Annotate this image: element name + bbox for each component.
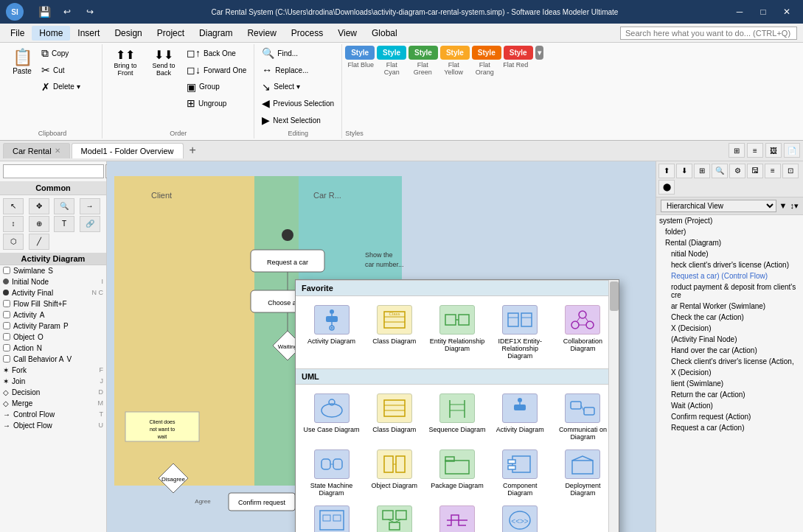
tab-toolbar-btn4[interactable]: 📄: [784, 143, 800, 158]
component-icon: [502, 449, 538, 479]
tab-toolbar-btn2[interactable]: ≡: [747, 143, 763, 158]
copy-label: Copy: [52, 49, 69, 57]
style-flat-blue[interactable]: Style: [345, 46, 375, 60]
tab-car-rental[interactable]: Car Rental ✕: [3, 143, 70, 158]
activity2-icon: [502, 393, 538, 423]
style-flat-orange[interactable]: Style: [472, 46, 501, 60]
delete-button[interactable]: ✗ Delete ▾: [38, 80, 97, 95]
close-button[interactable]: ✕: [776, 4, 797, 19]
tab-toolbar-btn3[interactable]: 🖼: [765, 143, 782, 158]
svg-point-19: [586, 321, 594, 329]
diag-object[interactable]: Object Diagram: [364, 447, 424, 500]
style-more[interactable]: ▾: [535, 46, 543, 60]
svg-rect-50: [320, 511, 344, 530]
diag-composite[interactable]: Composite Structure Diagram: [302, 503, 361, 532]
diag-sequence[interactable]: Sequence Diagram: [427, 391, 487, 444]
menu-design[interactable]: Design: [107, 26, 149, 41]
next-selection-button[interactable]: ▶ Next Selection: [259, 113, 323, 128]
ungroup-icon: ⊞: [187, 97, 195, 110]
menu-project[interactable]: Project: [150, 26, 192, 41]
replace-label: Replace...: [275, 66, 308, 74]
ungroup-button[interactable]: ⊞ Ungroup: [184, 96, 249, 111]
diag-class2[interactable]: Class Diagram: [364, 391, 424, 444]
tab-car-rental-close[interactable]: ✕: [55, 147, 60, 155]
menu-process[interactable]: Process: [284, 26, 330, 41]
diag-er[interactable]: Entity Relationship Diagram: [427, 302, 487, 363]
diag-collab[interactable]: Collaboration Diagram: [553, 302, 613, 363]
editing-label: Editing: [288, 128, 309, 137]
paste-button[interactable]: 📋 Paste: [7, 46, 37, 77]
global-search-input[interactable]: [620, 27, 797, 40]
prev-selection-button[interactable]: ◀ Previous Selection: [259, 96, 337, 111]
diag-profile[interactable]: <<>> Profile Diagram: [490, 503, 550, 532]
menu-review[interactable]: Review: [240, 26, 283, 41]
svg-line-20: [577, 318, 580, 322]
menu-global[interactable]: Global: [364, 26, 405, 41]
toolbar-btn-2[interactable]: ↩: [57, 4, 77, 19]
diag-component[interactable]: Component Diagram: [490, 447, 550, 500]
diag-activity[interactable]: Activity Diagram: [302, 302, 361, 363]
sequence-icon: [439, 393, 475, 423]
forward-one-button[interactable]: ◻↓ Forward One: [184, 63, 249, 78]
menu-insert[interactable]: Insert: [70, 26, 107, 41]
diag-activity2[interactable]: Activity Diagram: [490, 391, 550, 444]
style-flat-cyan[interactable]: Style: [377, 46, 406, 60]
idef1x-diag-label: IDEF1X Entity-Relationship Diagram: [492, 337, 549, 360]
menu-file[interactable]: File: [3, 26, 32, 41]
diag-class[interactable]: Class Class Diagram: [364, 302, 424, 363]
toolbar-btn[interactable]: 💾: [34, 4, 55, 19]
group-button[interactable]: ▣ Group: [184, 80, 249, 95]
object-label: Object Diagram: [372, 482, 418, 489]
activity-diag-icon: [314, 305, 350, 335]
next-sel-label: Next Selection: [273, 116, 320, 125]
menu-view[interactable]: View: [330, 26, 364, 41]
select-button[interactable]: ↘ Select ▾: [259, 80, 318, 95]
style-flat-red[interactable]: Style: [504, 46, 533, 60]
style-flat-yellow[interactable]: Style: [440, 46, 470, 60]
bring-front-icon: ⬆⬆: [116, 48, 135, 62]
popup-overlay: Favorite Activity Diagram Class Class Di…: [0, 161, 803, 532]
svg-point-18: [571, 321, 579, 329]
svg-rect-47: [508, 460, 515, 463]
menu-home[interactable]: Home: [32, 26, 70, 41]
style-label-cyan: Flat Cyan: [378, 61, 406, 76]
replace-icon: ↔: [262, 64, 272, 77]
svg-point-24: [329, 399, 335, 405]
diag-comm[interactable]: Communicati on Diagram: [553, 391, 613, 444]
copy-button[interactable]: ⧉ Copy: [38, 46, 97, 61]
usecase-icon: [314, 393, 350, 423]
toolbar-btn-3[interactable]: ↪: [80, 4, 100, 19]
style-flat-green[interactable]: Style: [409, 46, 438, 60]
tab-car-rental-label: Car Rental: [13, 147, 52, 155]
tab-toolbar-btn1[interactable]: ⊞: [729, 143, 745, 158]
svg-line-21: [585, 318, 588, 322]
send-to-back-button[interactable]: ⬇⬇ Send to Back: [145, 46, 182, 79]
tab-add-button[interactable]: +: [185, 142, 201, 158]
diag-idef1x[interactable]: IDEF1X Entity-Relationship Diagram: [490, 302, 550, 363]
cut-icon: ✂: [41, 64, 50, 77]
diag-package[interactable]: Package Diagram: [427, 447, 487, 500]
interaction-icon: [377, 505, 412, 532]
popup-scrollbar-thumb[interactable]: [610, 281, 619, 311]
minimize-button[interactable]: ─: [729, 4, 750, 19]
svg-rect-11: [459, 315, 469, 325]
popup-scrollbar[interactable]: [608, 280, 619, 532]
titlebar: SI 💾 ↩ ↪ Car Rental System (C:\Users\dro…: [0, 0, 803, 24]
diag-timing[interactable]: Timing Diagram: [427, 503, 487, 532]
back-one-button[interactable]: ◻↑ Back One: [184, 46, 249, 61]
diag-usecase[interactable]: Use Case Diagram: [302, 391, 361, 444]
cut-button[interactable]: ✂ Cut: [38, 63, 97, 78]
svg-rect-41: [384, 456, 393, 472]
statemachine-icon: [314, 449, 350, 479]
replace-button[interactable]: ↔ Replace...: [259, 63, 318, 78]
diag-interaction[interactable]: Interaction Overview Diagram: [364, 503, 424, 532]
collab-diag-label: Collaboration Diagram: [555, 337, 611, 352]
find-button[interactable]: 🔍 Find...: [259, 46, 318, 61]
tab-model1[interactable]: Model1 - Folder Overview: [72, 143, 184, 158]
class-diag-icon: Class: [377, 305, 412, 335]
maximize-button[interactable]: □: [753, 4, 774, 19]
diag-statemachine[interactable]: State Machine Diagram: [302, 447, 361, 500]
diag-deployment[interactable]: Deployment Diagram: [553, 447, 613, 500]
menu-diagram[interactable]: Diagram: [192, 26, 240, 41]
bring-to-front-button[interactable]: ⬆⬆ Bring to Front: [107, 46, 144, 79]
